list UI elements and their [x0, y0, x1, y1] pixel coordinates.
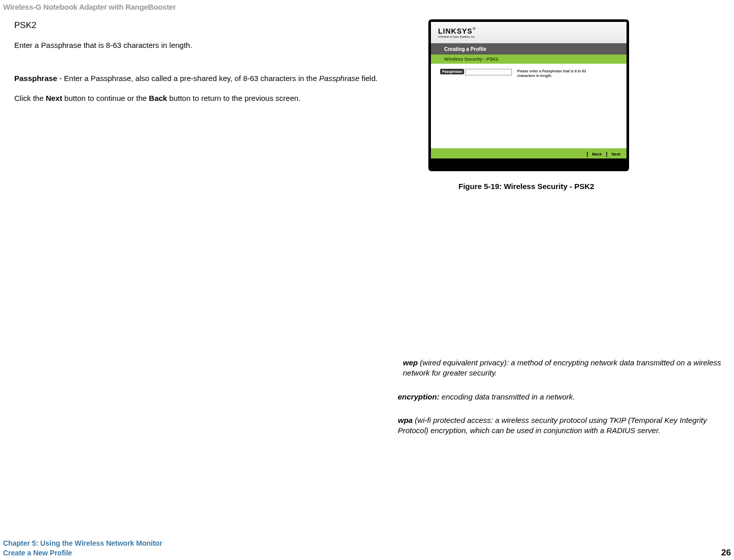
passphrase-term: Passphrase [14, 74, 57, 83]
footer-chapter-info: Chapter 5: Using the Wireless Network Mo… [3, 539, 162, 558]
passphrase-field-name: Passphrase [319, 74, 359, 83]
next-button-ref: Next [46, 94, 63, 102]
definitions-block: wep (wired equivalent privacy): a method… [403, 358, 729, 436]
encryption-definition: encryption: encoding data transmitted in… [398, 392, 729, 402]
click-mid: button to continue or the [62, 94, 149, 102]
security-bar: Wireless Security - PSK2 [431, 55, 627, 64]
passphrase-description: Passphrase - Enter a Passphrase, also ca… [14, 74, 401, 83]
back-button[interactable]: Back [590, 152, 604, 156]
wizard-screenshot: LINKSYS® A Division of Cisco Systems, In… [428, 19, 629, 171]
nav-separator: | [586, 151, 588, 157]
passphrase-input-label: Passphrase [440, 69, 464, 74]
form-area: Passphrase Please enter a Passphrase tha… [431, 64, 627, 149]
wep-text: (wired equivalent privacy): a method of … [403, 358, 721, 377]
wpa-term: wpa [398, 416, 413, 424]
footer-chapter: Chapter 5: Using the Wireless Network Mo… [3, 539, 162, 548]
wpa-definition: wpa (wi-fi protected access: a wireless … [398, 415, 729, 436]
passphrase-help-text: Please enter a Passphrase that is 8 to 6… [517, 69, 596, 78]
figure-caption: Figure 5-19: Wireless Security - PSK2 [458, 182, 594, 191]
nav-strip: | Back | Next [431, 149, 627, 158]
nav-separator: | [606, 151, 608, 157]
bottom-bar: | Back | Next [431, 149, 627, 169]
linksys-logo: LINKSYS [438, 27, 473, 35]
click-prefix: Click the [14, 94, 46, 102]
page-number: 26 [721, 548, 731, 558]
next-button[interactable]: Next [610, 152, 622, 156]
main-content: PSK2 Enter a Passphrase that is 8-63 cha… [14, 20, 401, 102]
wep-definition: wep (wired equivalent privacy): a method… [403, 358, 729, 379]
section-intro: Enter a Passphrase that is 8-63 characte… [14, 41, 401, 49]
section-title: PSK2 [14, 20, 401, 31]
encryption-text: encoding data transmitted in a network. [440, 392, 575, 401]
product-header: Wireless-G Notebook Adapter with RangeBo… [3, 3, 176, 11]
passphrase-text-1: - Enter a Passphrase, also called a pre-… [57, 74, 319, 83]
wpa-text: (wi-fi protected access: a wireless secu… [398, 416, 707, 435]
wep-term: wep [403, 358, 418, 367]
encryption-term: encryption: [398, 392, 440, 401]
logo-subtitle: A Division of Cisco Systems, Inc. [438, 35, 476, 38]
logo-area: LINKSYS® A Division of Cisco Systems, In… [431, 22, 627, 43]
footer-section: Create a New Profile [3, 548, 162, 558]
passphrase-text-2: field. [360, 74, 378, 83]
wizard-window: LINKSYS® A Division of Cisco Systems, In… [431, 22, 627, 169]
click-suffix: button to return to the previous screen. [167, 94, 301, 102]
navigation-instruction: Click the Next button to continue or the… [14, 94, 401, 102]
passphrase-input[interactable] [465, 69, 512, 75]
registered-mark: ® [473, 26, 476, 31]
page-footer: Chapter 5: Using the Wireless Network Mo… [3, 539, 731, 558]
creating-profile-bar: Creating a Profile [431, 43, 627, 55]
back-button-ref: Back [149, 94, 167, 102]
